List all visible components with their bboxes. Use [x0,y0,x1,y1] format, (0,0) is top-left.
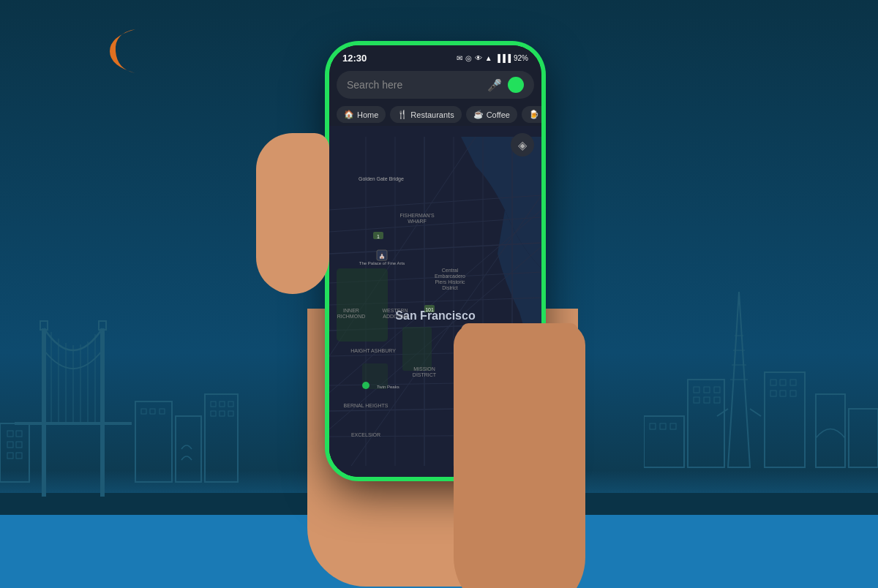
svg-rect-43 [704,397,710,403]
svg-text:⛪: ⛪ [378,252,386,259]
microphone-icon[interactable]: 🎤 [487,78,502,92]
svg-text:Central: Central [442,268,459,273]
chip-coffee[interactable]: ☕ Coffee [466,106,517,123]
status-time: 12:30 [342,53,367,64]
svg-rect-57 [670,423,676,429]
svg-text:DISTRICT: DISTRICT [413,372,437,377]
search-bar[interactable]: Search here 🎤 [337,71,534,99]
wifi-icon: ▲ [485,54,492,62]
svg-text:RICHMOND: RICHMOND [337,314,366,319]
svg-text:HAIGHT ASHBURY: HAIGHT ASHBURY [350,348,396,353]
svg-text:WHARF: WHARF [408,219,427,224]
svg-rect-24 [205,394,238,482]
finger-3 [522,323,548,360]
svg-rect-56 [660,423,666,429]
svg-text:Golden Gate Bridge: Golden Gate Bridge [359,176,404,182]
svg-rect-46 [770,380,776,385]
eye-icon: 👁 [475,54,482,62]
svg-rect-55 [650,423,656,429]
restaurant-icon: 🍴 [397,110,408,119]
svg-line-33 [750,409,761,416]
layer-toggle-button[interactable]: ◈ [511,133,534,157]
chip-restaurants-label: Restaurants [410,110,454,119]
finger-2 [492,323,518,360]
svg-text:EXCELSIOR: EXCELSIOR [351,432,380,437]
location-icon: ◎ [465,54,472,62]
chip-restaurants[interactable]: 🍴 Restaurants [390,106,461,123]
finger-1 [461,323,487,360]
svg-rect-26 [220,402,225,407]
svg-rect-20 [141,409,146,414]
moon-icon [95,22,154,80]
message-icon: ✉ [457,54,462,62]
svg-rect-39 [694,387,699,393]
svg-rect-80 [402,327,432,371]
svg-rect-16 [16,442,22,448]
svg-text:Piers Historic: Piers Historic [435,279,465,284]
svg-rect-51 [790,391,796,396]
svg-text:FISHERMAN'S: FISHERMAN'S [399,213,435,218]
svg-text:BERNAL HEIGHTS: BERNAL HEIGHTS [344,403,389,408]
svg-text:1: 1 [377,234,380,239]
hand-front [454,323,585,588]
svg-rect-25 [211,402,216,407]
chip-coffee-label: Coffee [487,110,510,119]
search-placeholder: Search here [347,79,481,91]
svg-text:INNER: INNER [343,308,359,313]
svg-rect-23 [176,416,201,482]
svg-rect-30 [228,411,233,416]
svg-rect-27 [228,402,233,407]
svg-line-32 [717,409,728,416]
phone-scene: 12:30 ✉ ◎ 👁 ▲ ▐▐▐ 92% Search here 🎤 [285,45,593,543]
svg-rect-14 [16,431,22,437]
svg-rect-15 [7,442,13,448]
svg-rect-13 [7,431,13,437]
svg-rect-49 [770,391,776,396]
svg-rect-28 [211,411,216,416]
svg-rect-40 [704,387,710,393]
svg-rect-17 [7,453,13,459]
svg-text:MISSION: MISSION [413,366,435,372]
svg-text:Twin Peaks: Twin Peaks [377,385,399,389]
fingers [461,323,578,367]
svg-rect-44 [714,397,720,403]
home-icon: 🏠 [344,110,354,119]
svg-rect-12 [0,423,29,482]
status-icons: ✉ ◎ 👁 ▲ ▐▐▐ 92% [457,54,528,62]
svg-rect-22 [160,409,165,414]
svg-rect-53 [849,409,878,467]
svg-text:The Palace of Fine Arts: The Palace of Fine Arts [359,261,405,265]
chip-home-label: Home [357,110,378,119]
layer-icon: ◈ [518,138,527,152]
skyline-right [644,277,878,497]
svg-rect-52 [816,394,845,467]
svg-text:WESTERN: WESTERN [383,308,408,313]
hand-thumb [256,133,329,294]
svg-rect-79 [337,268,388,342]
chip-bars[interactable]: 🍺 B... [522,106,541,123]
finger-4 [552,323,579,360]
status-bar: 12:30 ✉ ◎ 👁 ▲ ▐▐▐ 92% [329,45,541,67]
svg-text:Embarcadero: Embarcadero [435,274,465,279]
chips-row: 🏠 Home 🍴 Restaurants ☕ Coffee 🍺 B... [329,103,541,126]
svg-rect-21 [150,409,155,414]
svg-rect-47 [780,380,786,385]
profile-avatar[interactable] [508,77,524,93]
svg-text:ADDITION: ADDITION [383,314,407,319]
svg-rect-42 [694,397,699,403]
chip-home[interactable]: 🏠 Home [337,106,386,123]
skyline-left [0,292,263,497]
svg-text:District: District [442,285,457,290]
svg-rect-29 [220,411,225,416]
svg-rect-45 [765,372,805,467]
svg-rect-48 [790,380,796,385]
svg-rect-50 [780,391,786,396]
svg-text:101: 101 [425,307,434,312]
bar-icon: 🍺 [529,110,539,119]
svg-rect-18 [16,453,22,459]
svg-rect-41 [714,387,720,393]
signal-icon: ▐▐▐ [495,54,511,62]
battery-text: 92% [514,54,528,62]
coffee-icon: ☕ [473,110,484,119]
svg-point-103 [362,382,369,389]
